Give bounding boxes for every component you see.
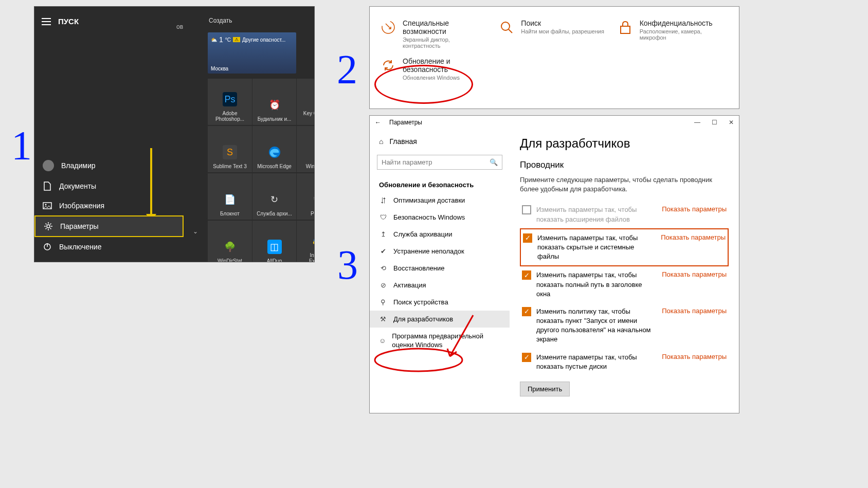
nav-findmydevice[interactable]: ⚲Поиск устройства bbox=[370, 294, 510, 311]
tile-sublime[interactable]: SSublime Text 3 bbox=[208, 126, 252, 172]
backup-icon: ↥ bbox=[379, 230, 387, 238]
start-title: ПУСК bbox=[58, 17, 79, 26]
show-params-link[interactable]: Показать параметры bbox=[662, 205, 727, 213]
warning-icon: ⚠ bbox=[233, 37, 240, 42]
start-menu-panel: ПУСК ов Владимир Документы Изображения П… bbox=[34, 6, 315, 262]
desc: Расположение, камера, микрофон bbox=[640, 28, 725, 41]
show-params-link[interactable]: Показать параметры bbox=[662, 353, 727, 360]
tile-alldup[interactable]: ◫AllDup bbox=[252, 221, 296, 262]
settings-accessibility[interactable]: Специальные возможностиЭкранный диктор, … bbox=[375, 15, 493, 53]
nav-backup[interactable]: ↥Служба архивации bbox=[370, 226, 510, 243]
tile-windirstat[interactable]: 🌳WinDirStat bbox=[208, 221, 252, 262]
tile-label: WinDirStat bbox=[218, 258, 242, 262]
tile-label: Microsoft Edge bbox=[257, 164, 292, 169]
search-icon: 🔍 bbox=[490, 158, 498, 166]
titlebar: ← Параметры — ☐ ✕ bbox=[370, 116, 739, 129]
gear-icon bbox=[44, 222, 53, 231]
title: Конфиденциальность bbox=[640, 19, 725, 27]
hamburger-icon[interactable] bbox=[42, 18, 51, 25]
step-marker-3: 3 bbox=[337, 242, 358, 288]
checkbox[interactable]: ✓ bbox=[522, 270, 531, 280]
avatar-icon bbox=[43, 160, 54, 171]
search-input[interactable]: Найти параметр 🔍 bbox=[377, 155, 502, 170]
label: Программа предварительной оценки Windows bbox=[392, 332, 500, 350]
power-icon bbox=[43, 242, 52, 251]
label: Оптимизация доставки bbox=[393, 196, 465, 204]
checkbox: ✓ bbox=[522, 205, 531, 214]
tile-pdf24[interactable]: 🐑PDF24 bbox=[296, 173, 315, 220]
back-icon[interactable]: ← bbox=[375, 119, 381, 126]
app-icon: ◫ bbox=[267, 240, 282, 254]
label: Безопасность Windows bbox=[393, 213, 465, 221]
start-pictures[interactable]: Изображения bbox=[34, 196, 184, 215]
nav-activation[interactable]: ⊘Активация bbox=[370, 277, 510, 294]
svg-line-10 bbox=[509, 29, 512, 33]
settings-update[interactable]: Обновление и безопасностьОбновления Wind… bbox=[375, 53, 493, 85]
show-params-link[interactable]: Показать параметры bbox=[662, 270, 727, 278]
nav-developers[interactable]: ⚒Для разработчиков bbox=[370, 311, 510, 328]
label: Выключение bbox=[59, 243, 101, 251]
photoshop-icon: Ps bbox=[223, 92, 237, 106]
nav-security[interactable]: 🛡Безопасность Windows bbox=[370, 209, 510, 226]
show-params-link[interactable]: Показать параметры bbox=[661, 233, 726, 241]
nav-insider[interactable]: ☺Программа предварительной оценки Window… bbox=[370, 328, 510, 354]
nav-troubleshoot[interactable]: ✔Устранение неполадок bbox=[370, 243, 510, 260]
svg-point-9 bbox=[501, 22, 510, 30]
nav-home[interactable]: ⌂ Главная bbox=[370, 133, 510, 150]
label: Активация bbox=[393, 281, 426, 289]
settings-main: Для разработчиков Проводник Примените сл… bbox=[510, 129, 739, 413]
label: Устранение неполадок bbox=[393, 247, 464, 255]
option-empty-drives[interactable]: ✓ Измените параметры так, чтобы показать… bbox=[520, 349, 729, 375]
start-settings[interactable]: Параметры bbox=[34, 215, 184, 237]
tile-alarm[interactable]: ⏰Будильник и... bbox=[252, 79, 296, 125]
option-label: Измените параметры так, чтобы показать п… bbox=[536, 353, 657, 371]
document-icon bbox=[43, 182, 52, 191]
tile-notepad[interactable]: 📄Блокнот bbox=[208, 173, 252, 220]
expand-caret-icon[interactable]: ⌄ bbox=[193, 228, 198, 235]
section-title: Проводник bbox=[520, 160, 729, 170]
lock-icon bbox=[617, 19, 634, 35]
checkbox[interactable]: ✓ bbox=[522, 307, 531, 316]
option-full-path[interactable]: ✓ Изменить параметры так, чтобы показать… bbox=[520, 266, 729, 303]
label: Изображения bbox=[59, 202, 104, 210]
tile-edge[interactable]: Microsoft Edge bbox=[252, 126, 296, 172]
tile-ie[interactable]: Internet Explorer bbox=[296, 221, 315, 262]
tile-row: SSublime Text 3 Microsoft Edge ⬢Windscri… bbox=[208, 126, 315, 172]
label: Для разработчиков bbox=[393, 315, 453, 323]
section-desc: Примените следующие параметры, чтобы сде… bbox=[520, 175, 729, 194]
minimize-button[interactable]: — bbox=[694, 119, 700, 126]
checkbox[interactable]: ✓ bbox=[522, 353, 531, 362]
weather-tile[interactable]: ⛅ 1 °C ⚠ Другие опасност... Москва bbox=[208, 32, 296, 74]
label: Документы bbox=[59, 182, 96, 190]
option-run-as[interactable]: ✓ Изменить политику так, чтобы показать … bbox=[520, 303, 729, 349]
start-user[interactable]: Владимир bbox=[34, 155, 184, 176]
tile-backup[interactable]: ↻Служба архи... bbox=[252, 173, 296, 220]
tile-keycollector[interactable]: ◆Key Collector 4.2 bbox=[296, 79, 315, 125]
settings-privacy[interactable]: КонфиденциальностьРасположение, камера, … bbox=[612, 15, 730, 53]
close-button[interactable]: ✕ bbox=[729, 119, 734, 126]
maximize-button[interactable]: ☐ bbox=[712, 119, 717, 126]
search-icon bbox=[498, 19, 515, 35]
desc: Экранный диктор, контрастность bbox=[403, 37, 488, 49]
sublime-icon: S bbox=[223, 145, 237, 159]
checkbox[interactable]: ✓ bbox=[523, 233, 532, 243]
dev-icon: ⚒ bbox=[379, 315, 387, 323]
start-documents[interactable]: Документы bbox=[34, 176, 184, 196]
start-power[interactable]: Выключение bbox=[34, 237, 184, 257]
tile-label: Internet Explorer bbox=[300, 252, 315, 262]
option-hidden-files[interactable]: ✓ Изменить параметры так, чтобы показать… bbox=[520, 228, 729, 267]
ie-icon bbox=[312, 234, 315, 248]
tile-windscribe[interactable]: ⬢Windscribe bbox=[296, 126, 315, 172]
show-params-link[interactable]: Показать параметры bbox=[662, 307, 727, 315]
tile-label: Блокнот bbox=[220, 211, 240, 216]
svg-point-2 bbox=[47, 225, 50, 228]
nav-delivery[interactable]: ⮃Оптимизация доставки bbox=[370, 192, 510, 209]
apply-button[interactable]: Применить bbox=[520, 382, 570, 396]
tile-photoshop[interactable]: PsAdobe Photoshop... bbox=[208, 79, 252, 125]
settings-search[interactable]: ПоискНайти мои файлы, разрешения bbox=[493, 15, 611, 53]
settings-categories-panel: Специальные возможностиЭкранный диктор, … bbox=[369, 6, 739, 109]
tile-row: 📄Блокнот ↻Служба архи... 🐑PDF24 bbox=[208, 173, 315, 220]
tile-row: 🌳WinDirStat ◫AllDup Internet Explorer bbox=[208, 221, 315, 262]
nav-recovery[interactable]: ⟲Восстановление bbox=[370, 260, 510, 277]
tile-label: PDF24 bbox=[311, 211, 315, 216]
